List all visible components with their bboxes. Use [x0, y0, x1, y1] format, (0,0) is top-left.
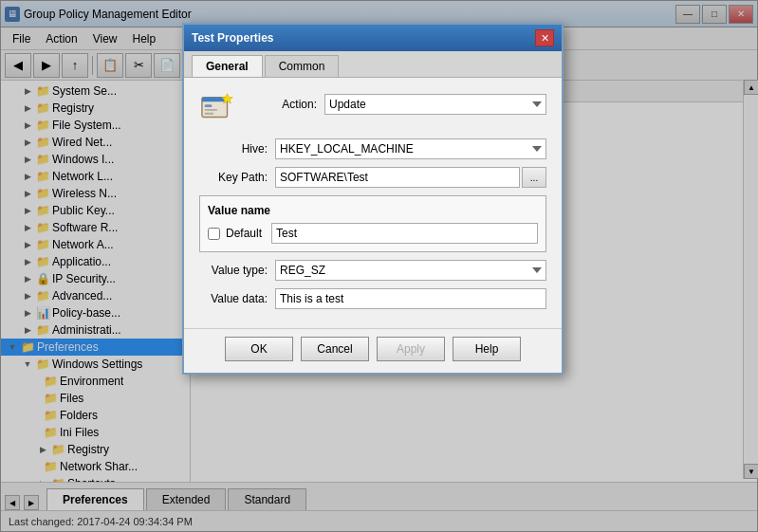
maximize-button[interactable]: □ — [702, 5, 727, 24]
hive-form-row: Hive: HKEY_LOCAL_MACHINEHKEY_CURRENT_USE… — [199, 138, 546, 159]
cut-button[interactable]: ✂ — [125, 53, 152, 78]
toggle-files — [35, 391, 43, 406]
tree-item-registry[interactable]: ▶ 📁 Registry — [1, 100, 190, 117]
tree-item-registry2[interactable]: ▶ 📁 Registry — [1, 441, 190, 458]
valuedata-input[interactable] — [275, 288, 546, 309]
back-button[interactable]: ◀ — [5, 53, 31, 78]
scroll-down-button[interactable]: ▼ — [744, 464, 757, 479]
scroll-up-button[interactable]: ▲ — [744, 81, 757, 95]
tree-panel: ▶ 📁 System Se... ▶ 📁 Registry ▶ 📁 File S… — [1, 81, 191, 482]
folder-icon-preferences: 📁 — [20, 339, 35, 355]
tree-item-system[interactable]: ▶ 📁 System Se... — [1, 83, 190, 100]
tree-item-networkshare[interactable]: 📁 Network Shar... — [1, 458, 190, 475]
hive-label: Hive: — [199, 142, 275, 156]
h-scroll-left[interactable]: ◀ — [5, 495, 20, 510]
tree-item-advanced[interactable]: ▶ 📁 Advanced... — [1, 287, 190, 304]
tree-item-files[interactable]: 📁 Files — [1, 390, 190, 407]
folder-icon-system: 📁 — [35, 83, 50, 99]
action-select[interactable]: UpdateCreateReplaceDelete — [324, 94, 546, 115]
modal-tab-common[interactable]: Common — [265, 55, 340, 77]
action-form-row: Action: UpdateCreateReplaceDelete — [249, 94, 546, 115]
tree-label-windowssettings: Windows Settings — [52, 358, 142, 371]
toggle-softwar: ▶ — [20, 220, 35, 235]
tree-item-environment[interactable]: 📁 Environment — [1, 373, 190, 390]
toggle-registry: ▶ — [20, 101, 35, 116]
folder-icon-wirelessn: 📁 — [35, 186, 50, 201]
tree-label-folders: Folders — [60, 409, 98, 422]
ok-button[interactable]: OK — [225, 337, 293, 361]
app-title: Group Policy Management Editor — [24, 8, 192, 21]
modal-close-button[interactable]: ✕ — [535, 29, 554, 46]
help-button[interactable]: Help — [453, 337, 521, 361]
tree-item-policybased[interactable]: ▶ 📊 Policy-base... — [1, 304, 190, 321]
valuetype-select[interactable]: REG_SZREG_DWORDREG_BINARYREG_EXPAND_SZRE… — [275, 260, 546, 281]
close-button[interactable]: ✕ — [729, 5, 753, 24]
tree-label-system: System Se... — [52, 84, 117, 98]
tree-item-preferences[interactable]: ▼ 📁 Preferences — [1, 339, 190, 356]
tree-item-shortcuts[interactable]: ▶ 📁 Shortcuts — [1, 475, 190, 482]
tree-item-networka[interactable]: ▶ 📁 Network A... — [1, 236, 190, 253]
cancel-button[interactable]: Cancel — [301, 337, 369, 361]
modal-tabs: General Common — [184, 51, 562, 78]
tree-item-admintempl[interactable]: ▶ 📁 Administrati... — [1, 321, 190, 339]
tree-label-advanced: Advanced... — [52, 289, 112, 303]
modal-title: Test Properties — [192, 31, 273, 45]
valuedata-form-row: Value data: — [199, 288, 546, 309]
modal-title-bar: Test Properties ✕ — [184, 25, 562, 51]
tree-label-wirelessn: Wireless N... — [52, 187, 117, 200]
forward-button[interactable]: ▶ — [33, 53, 60, 78]
tree-label-policybased: Policy-base... — [52, 306, 120, 320]
tab-standard[interactable]: Standard — [228, 488, 306, 510]
folder-icon-windowssettings: 📁 — [35, 357, 50, 372]
toggle-system: ▶ — [20, 83, 35, 99]
tree-item-publickey[interactable]: ▶ 📁 Public Key... — [1, 202, 190, 219]
tab-extended[interactable]: Extended — [146, 488, 227, 510]
browse-button[interactable]: ... — [522, 167, 546, 188]
tree-item-softwar[interactable]: ▶ 📁 Software R... — [1, 219, 190, 236]
default-checkbox[interactable] — [208, 228, 220, 240]
tree-item-ipsecurity[interactable]: ▶ 🔒 IP Security... — [1, 270, 190, 287]
modal-tab-general[interactable]: General — [192, 55, 263, 77]
action-row-container: Action: UpdateCreateReplaceDelete — [249, 94, 546, 122]
tree-label-ipsecurity: IP Security... — [52, 272, 116, 285]
folder-icon-advanced: 📁 — [35, 288, 50, 303]
folder-icon-inifiles: 📁 — [43, 425, 58, 440]
tree-label-windowsi: Windows I... — [52, 153, 114, 166]
tree-item-applicatio[interactable]: ▶ 📁 Applicatio... — [1, 253, 190, 270]
tree-label-networka: Network A... — [52, 238, 114, 251]
tree-item-inifiles[interactable]: 📁 Ini Files — [1, 424, 190, 441]
toggle-applicatio: ▶ — [20, 254, 35, 269]
h-scroll-right[interactable]: ▶ — [24, 495, 39, 510]
folder-icon-applicatio: 📁 — [35, 254, 50, 269]
keypath-input[interactable] — [275, 167, 520, 188]
up-button[interactable]: ↑ — [62, 53, 88, 78]
copy-button[interactable]: 📋 — [97, 53, 123, 78]
hive-select[interactable]: HKEY_LOCAL_MACHINEHKEY_CURRENT_USERHKEY_… — [275, 138, 546, 159]
valuetype-form-row: Value type: REG_SZREG_DWORDREG_BINARYREG… — [199, 260, 546, 281]
menu-file[interactable]: File — [5, 30, 38, 47]
status-text: Last changed: 2017-04-24 09:34:34 PM — [9, 516, 193, 527]
menu-help[interactable]: Help — [125, 30, 164, 47]
tree-item-wirednet[interactable]: ▶ 📁 Wired Net... — [1, 134, 190, 151]
value-name-input[interactable] — [271, 223, 538, 244]
menu-action[interactable]: Action — [38, 30, 84, 47]
tree-item-networkl[interactable]: ▶ 📁 Network L... — [1, 168, 190, 185]
apply-button[interactable]: Apply — [377, 337, 445, 361]
keypath-form-row: Key Path: ... — [199, 167, 546, 188]
tree-item-folders[interactable]: 📁 Folders — [1, 407, 190, 424]
paste-button[interactable]: 📄 — [154, 53, 180, 78]
toggle-folders — [35, 408, 43, 423]
tree-item-windowssettings[interactable]: ▼ 📁 Windows Settings — [1, 356, 190, 373]
toggle-policybased: ▶ — [20, 305, 35, 321]
toggle-filesystem: ▶ — [20, 118, 35, 133]
tree-item-filesystem[interactable]: ▶ 📁 File System... — [1, 117, 190, 134]
tab-preferences[interactable]: Preferences — [46, 488, 144, 510]
tree-item-windowsi[interactable]: ▶ 📁 Windows I... — [1, 151, 190, 168]
toggle-inifiles — [35, 425, 43, 440]
modal-dialog: Test Properties ✕ General Common — [182, 23, 564, 375]
tree-item-wirelessn[interactable]: ▶ 📁 Wireless N... — [1, 185, 190, 202]
menu-view[interactable]: View — [85, 30, 125, 47]
minimize-button[interactable]: — — [675, 5, 700, 24]
vertical-scrollbar[interactable]: ▲ ▼ — [743, 81, 757, 479]
action-label: Action: — [249, 98, 324, 111]
